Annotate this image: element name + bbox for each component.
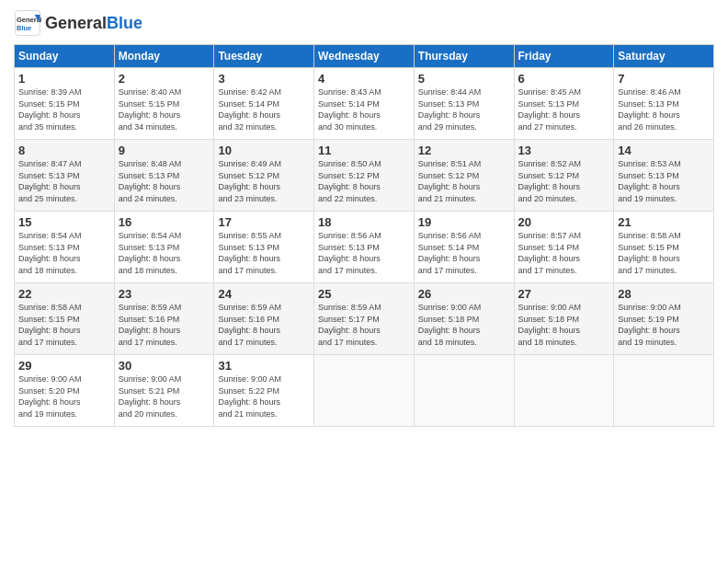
day-number: 22 bbox=[18, 287, 110, 301]
calendar-cell: 19Sunrise: 8:56 AMSunset: 5:14 PMDayligh… bbox=[414, 212, 514, 283]
calendar-cell: 16Sunrise: 8:54 AMSunset: 5:13 PMDayligh… bbox=[114, 212, 214, 283]
calendar-cell: 21Sunrise: 8:58 AMSunset: 5:15 PMDayligh… bbox=[614, 212, 714, 283]
weekday-header-monday: Monday bbox=[114, 45, 214, 68]
day-number: 5 bbox=[418, 72, 510, 86]
day-number: 16 bbox=[119, 215, 210, 229]
calendar-cell: 6Sunrise: 8:45 AMSunset: 5:13 PMDaylight… bbox=[514, 68, 614, 140]
day-number: 11 bbox=[318, 144, 410, 157]
day-info: Sunrise: 8:56 AMSunset: 5:14 PMDaylight:… bbox=[418, 231, 482, 275]
day-info: Sunrise: 8:52 AMSunset: 5:12 PMDaylight:… bbox=[518, 159, 582, 203]
logo-icon: General Blue bbox=[14, 9, 41, 37]
day-info: Sunrise: 8:58 AMSunset: 5:15 PMDaylight:… bbox=[18, 303, 82, 347]
day-info: Sunrise: 8:53 AMSunset: 5:13 PMDaylight:… bbox=[618, 159, 681, 203]
day-number: 29 bbox=[18, 359, 110, 373]
day-number: 3 bbox=[218, 72, 310, 86]
week-row-4: 29Sunrise: 9:00 AMSunset: 5:20 PMDayligh… bbox=[15, 355, 714, 427]
day-info: Sunrise: 9:00 AMSunset: 5:18 PMDaylight:… bbox=[518, 303, 582, 347]
calendar-cell: 7Sunrise: 8:46 AMSunset: 5:13 PMDaylight… bbox=[614, 68, 714, 140]
day-number: 7 bbox=[618, 72, 710, 86]
day-info: Sunrise: 9:00 AMSunset: 5:21 PMDaylight:… bbox=[119, 374, 182, 419]
week-row-3: 22Sunrise: 8:58 AMSunset: 5:15 PMDayligh… bbox=[15, 283, 714, 355]
day-number: 2 bbox=[119, 72, 210, 86]
day-info: Sunrise: 8:40 AMSunset: 5:15 PMDaylight:… bbox=[119, 87, 182, 132]
day-number: 18 bbox=[318, 215, 410, 229]
calendar-cell: 13Sunrise: 8:52 AMSunset: 5:12 PMDayligh… bbox=[514, 140, 614, 212]
calendar-cell: 9Sunrise: 8:48 AMSunset: 5:13 PMDaylight… bbox=[114, 140, 214, 212]
day-number: 27 bbox=[518, 287, 610, 301]
day-info: Sunrise: 8:57 AMSunset: 5:14 PMDaylight:… bbox=[518, 231, 582, 275]
day-number: 20 bbox=[518, 215, 610, 229]
day-number: 28 bbox=[618, 287, 710, 301]
page-container: General Blue GeneralBlue SundayMondayTue… bbox=[0, 0, 728, 436]
calendar-cell: 12Sunrise: 8:51 AMSunset: 5:12 PMDayligh… bbox=[414, 140, 514, 212]
calendar-cell: 28Sunrise: 9:00 AMSunset: 5:19 PMDayligh… bbox=[614, 283, 714, 355]
day-info: Sunrise: 8:46 AMSunset: 5:13 PMDaylight:… bbox=[618, 87, 681, 132]
day-number: 13 bbox=[518, 144, 610, 157]
day-number: 9 bbox=[119, 144, 210, 157]
day-number: 26 bbox=[418, 287, 510, 301]
calendar-table: SundayMondayTuesdayWednesdayThursdayFrid… bbox=[14, 44, 714, 427]
calendar-cell: 17Sunrise: 8:55 AMSunset: 5:13 PMDayligh… bbox=[214, 212, 314, 283]
day-number: 24 bbox=[218, 287, 310, 301]
weekday-header-wednesday: Wednesday bbox=[314, 45, 415, 68]
day-info: Sunrise: 9:00 AMSunset: 5:22 PMDaylight:… bbox=[218, 374, 281, 419]
calendar-cell: 24Sunrise: 8:59 AMSunset: 5:16 PMDayligh… bbox=[214, 283, 314, 355]
day-number: 30 bbox=[119, 359, 210, 373]
day-number: 6 bbox=[518, 72, 610, 86]
calendar-cell: 27Sunrise: 9:00 AMSunset: 5:18 PMDayligh… bbox=[514, 283, 614, 355]
calendar-cell: 29Sunrise: 9:00 AMSunset: 5:20 PMDayligh… bbox=[15, 355, 115, 427]
weekday-header-tuesday: Tuesday bbox=[214, 45, 314, 68]
day-info: Sunrise: 8:54 AMSunset: 5:13 PMDaylight:… bbox=[18, 231, 82, 275]
weekday-header-thursday: Thursday bbox=[414, 45, 514, 68]
day-number: 4 bbox=[318, 72, 410, 86]
day-number: 21 bbox=[618, 215, 710, 229]
weekday-header-sunday: Sunday bbox=[15, 45, 115, 68]
calendar-cell: 22Sunrise: 8:58 AMSunset: 5:15 PMDayligh… bbox=[15, 283, 115, 355]
week-row-0: 1Sunrise: 8:39 AMSunset: 5:15 PMDaylight… bbox=[15, 68, 714, 140]
week-row-2: 15Sunrise: 8:54 AMSunset: 5:13 PMDayligh… bbox=[15, 212, 714, 283]
day-info: Sunrise: 8:42 AMSunset: 5:14 PMDaylight:… bbox=[218, 87, 281, 132]
day-info: Sunrise: 8:45 AMSunset: 5:13 PMDaylight:… bbox=[518, 87, 582, 132]
day-info: Sunrise: 8:50 AMSunset: 5:12 PMDaylight:… bbox=[318, 159, 381, 203]
day-number: 12 bbox=[418, 144, 510, 157]
calendar-cell: 4Sunrise: 8:43 AMSunset: 5:14 PMDaylight… bbox=[314, 68, 415, 140]
calendar-cell: 31Sunrise: 9:00 AMSunset: 5:22 PMDayligh… bbox=[214, 355, 314, 427]
week-row-1: 8Sunrise: 8:47 AMSunset: 5:13 PMDaylight… bbox=[15, 140, 714, 212]
calendar-cell: 11Sunrise: 8:50 AMSunset: 5:12 PMDayligh… bbox=[314, 140, 415, 212]
day-info: Sunrise: 8:39 AMSunset: 5:15 PMDaylight:… bbox=[18, 87, 82, 132]
day-number: 25 bbox=[318, 287, 410, 301]
calendar-cell: 8Sunrise: 8:47 AMSunset: 5:13 PMDaylight… bbox=[15, 140, 115, 212]
day-info: Sunrise: 8:47 AMSunset: 5:13 PMDaylight:… bbox=[18, 159, 82, 203]
day-info: Sunrise: 8:51 AMSunset: 5:12 PMDaylight:… bbox=[418, 159, 482, 203]
day-info: Sunrise: 8:43 AMSunset: 5:14 PMDaylight:… bbox=[318, 87, 381, 132]
calendar-cell bbox=[414, 355, 514, 427]
calendar-cell: 5Sunrise: 8:44 AMSunset: 5:13 PMDaylight… bbox=[414, 68, 514, 140]
day-info: Sunrise: 9:00 AMSunset: 5:20 PMDaylight:… bbox=[18, 374, 82, 419]
logo-general: General bbox=[45, 14, 107, 32]
day-info: Sunrise: 8:54 AMSunset: 5:13 PMDaylight:… bbox=[119, 231, 182, 275]
logo-blue: Blue bbox=[107, 14, 142, 32]
calendar-cell: 23Sunrise: 8:59 AMSunset: 5:16 PMDayligh… bbox=[114, 283, 214, 355]
calendar-cell: 14Sunrise: 8:53 AMSunset: 5:13 PMDayligh… bbox=[614, 140, 714, 212]
calendar-cell: 1Sunrise: 8:39 AMSunset: 5:15 PMDaylight… bbox=[15, 68, 115, 140]
day-info: Sunrise: 8:44 AMSunset: 5:13 PMDaylight:… bbox=[418, 87, 482, 132]
weekday-header-saturday: Saturday bbox=[614, 45, 714, 68]
day-number: 15 bbox=[18, 215, 110, 229]
day-number: 10 bbox=[218, 144, 310, 157]
day-number: 19 bbox=[418, 215, 510, 229]
calendar-cell: 10Sunrise: 8:49 AMSunset: 5:12 PMDayligh… bbox=[214, 140, 314, 212]
day-info: Sunrise: 9:00 AMSunset: 5:19 PMDaylight:… bbox=[618, 303, 681, 347]
day-info: Sunrise: 8:48 AMSunset: 5:13 PMDaylight:… bbox=[119, 159, 182, 203]
day-info: Sunrise: 8:49 AMSunset: 5:12 PMDaylight:… bbox=[218, 159, 281, 203]
calendar-cell bbox=[614, 355, 714, 427]
day-info: Sunrise: 9:00 AMSunset: 5:18 PMDaylight:… bbox=[418, 303, 482, 347]
weekday-header-row: SundayMondayTuesdayWednesdayThursdayFrid… bbox=[15, 45, 714, 68]
day-number: 1 bbox=[18, 72, 110, 86]
day-number: 31 bbox=[218, 359, 310, 373]
calendar-cell: 3Sunrise: 8:42 AMSunset: 5:14 PMDaylight… bbox=[214, 68, 314, 140]
calendar-cell: 26Sunrise: 9:00 AMSunset: 5:18 PMDayligh… bbox=[414, 283, 514, 355]
day-info: Sunrise: 8:59 AMSunset: 5:16 PMDaylight:… bbox=[119, 303, 182, 347]
day-number: 17 bbox=[218, 215, 310, 229]
day-number: 8 bbox=[18, 144, 110, 157]
calendar-cell: 20Sunrise: 8:57 AMSunset: 5:14 PMDayligh… bbox=[514, 212, 614, 283]
